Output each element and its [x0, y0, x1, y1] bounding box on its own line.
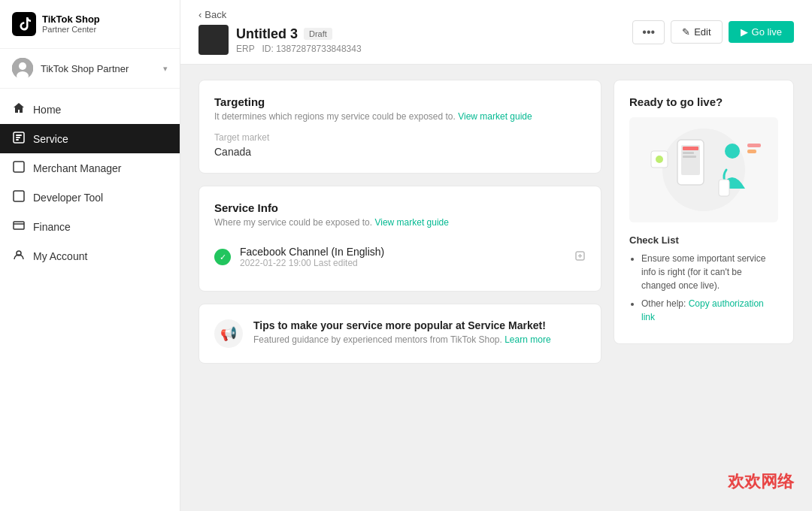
svg-rect-10: [14, 222, 24, 229]
checklist-title: Check List: [629, 234, 778, 246]
svg-rect-6: [16, 137, 20, 138]
sidebar-item-home[interactable]: Home: [0, 95, 180, 124]
side-panel: Ready to go live?: [614, 80, 794, 496]
sidebar-item-label-finance: Finance: [33, 221, 71, 233]
tiktok-logo-icon: [12, 12, 36, 36]
logo-text: TikTok Shop Partner Center: [42, 14, 100, 35]
service-subtitle: ERP ID: 13872878733848343: [236, 44, 362, 54]
targeting-title: Targeting: [214, 95, 586, 108]
golive-icon: ▶: [741, 26, 748, 38]
page-title-row: Untitled 3 Draft ERP ID: 138728787338483…: [198, 25, 362, 55]
svg-rect-23: [747, 144, 761, 147]
back-label: Back: [205, 9, 226, 20]
draft-badge: Draft: [304, 28, 332, 40]
sidebar-item-label-developer: Developer Tool: [33, 192, 103, 204]
edit-label: Edit: [694, 26, 710, 38]
tips-desc: Featured guidance by experienced mentors…: [253, 334, 551, 345]
sidebar-item-finance[interactable]: Finance: [0, 212, 180, 241]
ready-to-go-live-card: Ready to go live?: [614, 80, 794, 344]
back-arrow-icon: ‹: [198, 9, 201, 20]
header-left: ‹ Back Untitled 3 Draft ERP ID: 13872878…: [198, 9, 362, 55]
edit-icon: ✎: [682, 26, 690, 38]
service-info-card: Service Info Where my service could be e…: [198, 186, 601, 292]
back-link[interactable]: ‹ Back: [198, 9, 362, 20]
service-info-market-guide-link[interactable]: View market guide: [374, 217, 449, 228]
svg-point-22: [656, 156, 663, 163]
page-header: ‹ Back Untitled 3 Draft ERP ID: 13872878…: [180, 0, 812, 65]
service-name: Untitled 3: [236, 26, 298, 42]
channel-name: Facebook Channel (In English): [240, 246, 565, 258]
logo-brand-bottom: Partner Center: [42, 25, 100, 35]
title-info: Untitled 3 Draft ERP ID: 138728787338483…: [236, 26, 362, 54]
svg-rect-5: [16, 135, 22, 136]
merchant-icon: [12, 161, 26, 175]
svg-rect-9: [14, 191, 24, 201]
sidebar-item-merchant-manager[interactable]: Merchant Manager: [0, 153, 180, 183]
finance-icon: [12, 219, 26, 234]
header-actions: ••• ✎ Edit ▶ Go live: [632, 20, 794, 44]
svg-point-19: [725, 144, 740, 159]
logo-brand-top: TikTok Shop: [42, 14, 100, 26]
targeting-market-guide-link[interactable]: View market guide: [458, 111, 532, 122]
sidebar: TikTok Shop Partner Center TikTok Shop P…: [0, 0, 180, 511]
sidebar-logo: TikTok Shop Partner Center: [0, 0, 180, 49]
service-icon: [12, 132, 26, 146]
channel-date: 2022-01-22 19:00 Last edited: [240, 258, 565, 268]
svg-rect-20: [719, 180, 729, 196]
channel-info: Facebook Channel (In English) 2022-01-22…: [240, 246, 565, 268]
svg-rect-18: [683, 156, 696, 158]
targeting-card: Targeting It determines which regions my…: [198, 80, 601, 174]
targeting-desc: It determines which regions my service c…: [214, 111, 586, 122]
sidebar-item-service[interactable]: Service: [0, 124, 180, 153]
channel-edit-icon[interactable]: [574, 250, 586, 264]
copy-auth-link[interactable]: Copy authorization link: [641, 298, 764, 322]
service-info-desc: Where my service could be exposed to. Vi…: [214, 217, 586, 228]
chevron-down-icon: ▾: [163, 64, 168, 74]
tips-title: Tips to make your service more popular a…: [253, 319, 551, 331]
checklist-items: Ensure some important service info is ri…: [629, 252, 778, 324]
checklist-item-0: Ensure some important service info is ri…: [641, 252, 778, 292]
tips-icon: 📢: [214, 319, 243, 348]
target-market-value: Canada: [214, 146, 586, 158]
go-live-illustration: [629, 117, 778, 222]
tips-content: Tips to make your service more popular a…: [253, 319, 551, 345]
sidebar-item-label-home: Home: [33, 104, 61, 116]
sidebar-item-label-merchant: Merchant Manager: [33, 162, 122, 174]
service-info-desc-text: Where my service could be exposed to.: [214, 217, 372, 228]
targeting-desc-text: It determines which regions my service c…: [214, 111, 456, 122]
sidebar-nav: Home Service Merchant Manager Developer …: [0, 89, 180, 511]
golive-label: Go live: [752, 26, 782, 38]
erp-label: ERP: [236, 44, 254, 54]
ready-title: Ready to go live?: [629, 95, 778, 108]
tips-learn-more-link[interactable]: Learn more: [504, 334, 550, 345]
channel-status-icon: ✓: [214, 249, 231, 265]
svg-point-2: [19, 62, 26, 70]
svg-rect-7: [16, 139, 19, 141]
avatar: [12, 58, 33, 79]
checklist-item-1: Other help: Copy authorization link: [641, 297, 778, 324]
main-content: ‹ Back Untitled 3 Draft ERP ID: 13872878…: [180, 0, 812, 511]
sidebar-item-label-service: Service: [33, 133, 68, 145]
more-options-button[interactable]: •••: [632, 20, 665, 44]
channel-row: ✓ Facebook Channel (In English) 2022-01-…: [214, 238, 586, 276]
sidebar-user[interactable]: TikTok Shop Partner ▾: [0, 49, 180, 89]
svg-rect-24: [747, 150, 756, 153]
go-live-button[interactable]: ▶ Go live: [729, 21, 794, 43]
home-icon: [12, 102, 26, 116]
service-title: Untitled 3 Draft: [236, 26, 362, 42]
content-area: Targeting It determines which regions my…: [180, 65, 812, 511]
service-thumbnail: [198, 25, 229, 55]
svg-rect-17: [683, 152, 694, 154]
svg-rect-0: [12, 12, 36, 36]
sidebar-item-label-account: My Account: [33, 250, 87, 262]
main-panel: Targeting It determines which regions my…: [198, 80, 601, 496]
service-info-title: Service Info: [214, 201, 586, 214]
edit-button[interactable]: ✎ Edit: [671, 20, 722, 44]
developer-icon: [12, 190, 26, 204]
sidebar-item-my-account[interactable]: My Account: [0, 241, 180, 271]
sidebar-item-developer-tool[interactable]: Developer Tool: [0, 183, 180, 212]
target-market-label: Target market: [214, 132, 586, 143]
user-name: TikTok Shop Partner: [41, 63, 156, 74]
tips-inner: 📢 Tips to make your service more popular…: [214, 319, 586, 348]
account-icon: [12, 249, 26, 263]
